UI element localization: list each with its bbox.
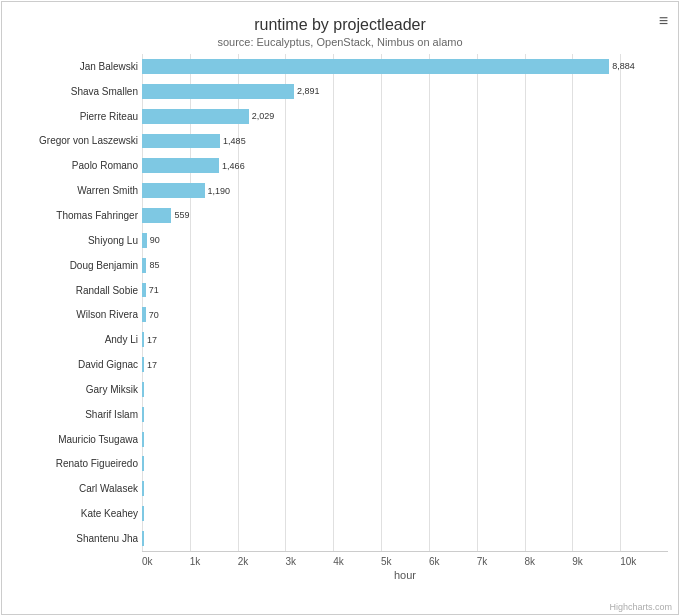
y-label: Renato Figueiredo <box>12 452 138 477</box>
y-label: Pierre Riteau <box>12 104 138 129</box>
bar-value-label: 71 <box>149 285 159 295</box>
bar-row: 90 <box>142 228 668 253</box>
bar <box>142 456 144 471</box>
y-label: Randall Sobie <box>12 278 138 303</box>
bar-value-label: 17 <box>147 360 157 370</box>
y-label: Carl Walasek <box>12 476 138 501</box>
bar <box>142 307 146 322</box>
x-tick: 1k <box>190 556 238 567</box>
bar-value-label: 85 <box>149 260 159 270</box>
bar-row <box>142 476 668 501</box>
bar <box>142 208 171 223</box>
y-label: Jan Balewski <box>12 54 138 79</box>
bar-row: 1,466 <box>142 153 668 178</box>
y-label: Sharif Islam <box>12 402 138 427</box>
bar <box>142 183 205 198</box>
bar <box>142 382 144 397</box>
bar-row <box>142 501 668 526</box>
bar-value-label: 1,485 <box>223 136 246 146</box>
menu-icon[interactable]: ≡ <box>659 12 668 30</box>
x-axis: 0k1k2k3k4k5k6k7k8k9k10k <box>142 551 668 567</box>
bar-row: 70 <box>142 302 668 327</box>
bar-row <box>142 452 668 477</box>
chart-title: runtime by projectleader <box>12 16 668 34</box>
chart-area: Jan BalewskiShava SmallenPierre RiteauGr… <box>12 54 668 551</box>
bar-row <box>142 402 668 427</box>
y-label: Wilson Rivera <box>12 302 138 327</box>
bars-inner: 8,8842,8912,0291,4851,4661,1905599085717… <box>142 54 668 551</box>
bar-row: 559 <box>142 203 668 228</box>
y-label: Shiyong Lu <box>12 228 138 253</box>
bar-value-label: 90 <box>150 235 160 245</box>
chart-container: ≡ runtime by projectleader source: Eucal… <box>1 1 679 615</box>
y-label: Shava Smallen <box>12 79 138 104</box>
y-label: Mauricio Tsugawa <box>12 427 138 452</box>
bars-section: 8,8842,8912,0291,4851,4661,1905599085717… <box>142 54 668 551</box>
bar-row <box>142 526 668 551</box>
bar-row: 71 <box>142 278 668 303</box>
bar <box>142 432 144 447</box>
bar-value-label: 1,466 <box>222 161 245 171</box>
bar-value-label: 70 <box>149 310 159 320</box>
y-label: Thomas Fahringer <box>12 203 138 228</box>
x-tick: 7k <box>477 556 525 567</box>
x-tick: 0k <box>142 556 190 567</box>
bar <box>142 134 220 149</box>
bar <box>142 84 294 99</box>
bar <box>142 357 144 372</box>
x-tick: 8k <box>525 556 573 567</box>
bar-value-label: 8,884 <box>612 61 635 71</box>
bar-row <box>142 427 668 452</box>
bar <box>142 233 147 248</box>
bar-value-label: 2,029 <box>252 111 275 121</box>
bar-row: 17 <box>142 327 668 352</box>
x-axis-label: hour <box>142 569 668 581</box>
x-tick: 3k <box>285 556 333 567</box>
bar-row: 17 <box>142 352 668 377</box>
x-tick: 10k <box>620 556 668 567</box>
bar-value-label: 2,891 <box>297 86 320 96</box>
bar <box>142 258 146 273</box>
bar-row: 8,884 <box>142 54 668 79</box>
bars-rows: 8,8842,8912,0291,4851,4661,1905599085717… <box>142 54 668 551</box>
bar <box>142 531 144 546</box>
chart-subtitle: source: Eucalyptus, OpenStack, Nimbus on… <box>12 36 668 48</box>
bar <box>142 158 219 173</box>
bar-row: 1,485 <box>142 129 668 154</box>
bar-row: 1,190 <box>142 178 668 203</box>
y-label: David Gignac <box>12 352 138 377</box>
bar-value-label: 1,190 <box>208 186 231 196</box>
y-labels: Jan BalewskiShava SmallenPierre RiteauGr… <box>12 54 142 551</box>
bar-value-label: 17 <box>147 335 157 345</box>
x-tick: 2k <box>238 556 286 567</box>
y-label: Gary Miksik <box>12 377 138 402</box>
highcharts-credit: Highcharts.com <box>609 602 672 612</box>
y-label: Andy Li <box>12 327 138 352</box>
bar-row <box>142 377 668 402</box>
bar-value-label: 559 <box>174 210 189 220</box>
bar <box>142 407 144 422</box>
y-label: Warren Smith <box>12 178 138 203</box>
x-tick: 4k <box>333 556 381 567</box>
x-tick: 5k <box>381 556 429 567</box>
y-label: Doug Benjamin <box>12 253 138 278</box>
y-label: Kate Keahey <box>12 501 138 526</box>
bar <box>142 506 144 521</box>
bar <box>142 332 144 347</box>
bar-row: 2,891 <box>142 79 668 104</box>
y-label: Paolo Romano <box>12 153 138 178</box>
bar <box>142 109 249 124</box>
bar <box>142 481 144 496</box>
bar-row: 85 <box>142 253 668 278</box>
x-tick: 9k <box>572 556 620 567</box>
x-tick: 6k <box>429 556 477 567</box>
bar <box>142 59 609 74</box>
bar <box>142 283 146 298</box>
y-label: Gregor von Laszewski <box>12 129 138 154</box>
bottom-section: 0k1k2k3k4k5k6k7k8k9k10k hour <box>142 551 668 581</box>
bar-row: 2,029 <box>142 104 668 129</box>
y-label: Shantenu Jha <box>12 526 138 551</box>
